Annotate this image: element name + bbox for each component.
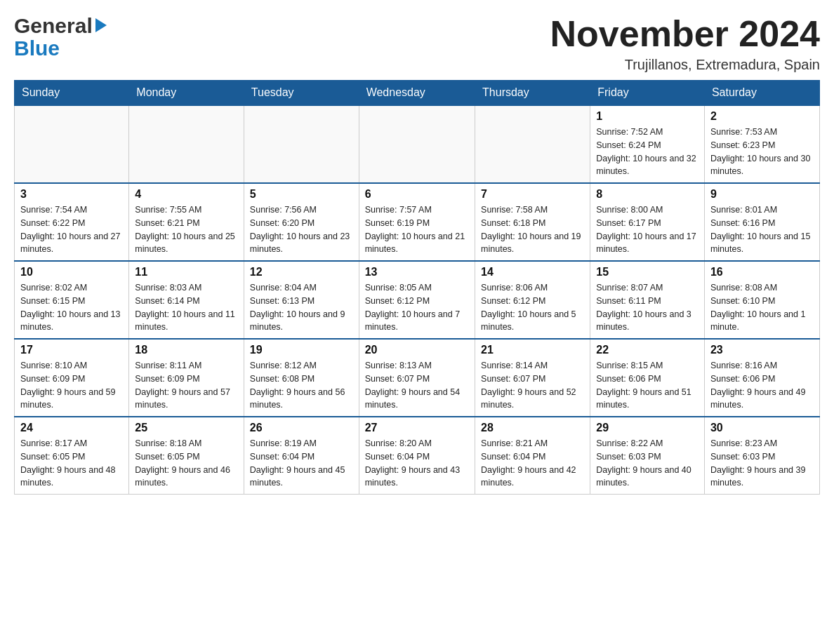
day-info: Sunrise: 8:15 AMSunset: 6:06 PMDaylight:… bbox=[596, 359, 699, 412]
calendar-cell: 22Sunrise: 8:15 AMSunset: 6:06 PMDayligh… bbox=[590, 339, 705, 417]
day-number: 18 bbox=[135, 344, 238, 356]
calendar-cell: 21Sunrise: 8:14 AMSunset: 6:07 PMDayligh… bbox=[475, 339, 590, 417]
day-info: Sunrise: 8:10 AMSunset: 6:09 PMDaylight:… bbox=[20, 359, 123, 412]
calendar-week-row: 1Sunrise: 7:52 AMSunset: 6:24 PMDaylight… bbox=[15, 105, 820, 183]
day-info: Sunrise: 7:55 AMSunset: 6:21 PMDaylight:… bbox=[135, 203, 238, 256]
day-info: Sunrise: 8:08 AMSunset: 6:10 PMDaylight:… bbox=[710, 281, 814, 334]
calendar-cell: 28Sunrise: 8:21 AMSunset: 6:04 PMDayligh… bbox=[475, 417, 590, 495]
weekday-header-sunday: Sunday bbox=[15, 81, 129, 106]
day-number: 16 bbox=[710, 266, 814, 279]
calendar-cell: 7Sunrise: 7:58 AMSunset: 6:18 PMDaylight… bbox=[475, 183, 590, 261]
day-number: 13 bbox=[365, 266, 469, 279]
day-number: 19 bbox=[250, 344, 353, 356]
calendar-cell: 23Sunrise: 8:16 AMSunset: 6:06 PMDayligh… bbox=[704, 339, 819, 417]
day-number: 15 bbox=[596, 266, 699, 279]
day-info: Sunrise: 8:23 AMSunset: 6:03 PMDaylight:… bbox=[710, 437, 814, 490]
day-number: 20 bbox=[365, 344, 469, 356]
day-number: 23 bbox=[710, 344, 814, 356]
day-number: 24 bbox=[20, 422, 123, 434]
day-info: Sunrise: 8:18 AMSunset: 6:05 PMDaylight:… bbox=[135, 437, 238, 490]
day-number: 8 bbox=[596, 188, 699, 201]
calendar-cell: 17Sunrise: 8:10 AMSunset: 6:09 PMDayligh… bbox=[15, 339, 129, 417]
calendar-cell: 11Sunrise: 8:03 AMSunset: 6:14 PMDayligh… bbox=[129, 261, 244, 339]
day-info: Sunrise: 8:12 AMSunset: 6:08 PMDaylight:… bbox=[250, 359, 353, 412]
day-number: 22 bbox=[596, 344, 699, 356]
calendar-cell: 16Sunrise: 8:08 AMSunset: 6:10 PMDayligh… bbox=[704, 261, 819, 339]
day-number: 25 bbox=[135, 422, 238, 434]
calendar-week-row: 3Sunrise: 7:54 AMSunset: 6:22 PMDaylight… bbox=[15, 183, 820, 261]
logo-triangle-icon bbox=[95, 18, 107, 32]
calendar-cell bbox=[359, 105, 475, 183]
calendar-cell: 8Sunrise: 8:00 AMSunset: 6:17 PMDaylight… bbox=[590, 183, 705, 261]
calendar-header-row: SundayMondayTuesdayWednesdayThursdayFrid… bbox=[15, 81, 820, 106]
weekday-header-friday: Friday bbox=[590, 81, 705, 106]
day-info: Sunrise: 8:22 AMSunset: 6:03 PMDaylight:… bbox=[596, 437, 699, 490]
weekday-header-saturday: Saturday bbox=[704, 81, 819, 106]
day-number: 29 bbox=[596, 422, 699, 434]
day-info: Sunrise: 8:00 AMSunset: 6:17 PMDaylight:… bbox=[596, 203, 699, 256]
day-info: Sunrise: 8:05 AMSunset: 6:12 PMDaylight:… bbox=[365, 281, 469, 334]
calendar-week-row: 17Sunrise: 8:10 AMSunset: 6:09 PMDayligh… bbox=[15, 339, 820, 417]
day-number: 21 bbox=[481, 344, 584, 356]
day-info: Sunrise: 8:11 AMSunset: 6:09 PMDaylight:… bbox=[135, 359, 238, 412]
calendar-cell: 2Sunrise: 7:53 AMSunset: 6:23 PMDaylight… bbox=[704, 105, 819, 183]
day-info: Sunrise: 8:19 AMSunset: 6:04 PMDaylight:… bbox=[250, 437, 353, 490]
calendar-cell: 20Sunrise: 8:13 AMSunset: 6:07 PMDayligh… bbox=[359, 339, 475, 417]
calendar-table: SundayMondayTuesdayWednesdayThursdayFrid… bbox=[14, 80, 820, 495]
calendar-cell: 1Sunrise: 7:52 AMSunset: 6:24 PMDaylight… bbox=[590, 105, 705, 183]
day-number: 26 bbox=[250, 422, 353, 434]
calendar-cell: 25Sunrise: 8:18 AMSunset: 6:05 PMDayligh… bbox=[129, 417, 244, 495]
day-info: Sunrise: 8:02 AMSunset: 6:15 PMDaylight:… bbox=[20, 281, 123, 334]
day-info: Sunrise: 8:01 AMSunset: 6:16 PMDaylight:… bbox=[710, 203, 814, 256]
day-info: Sunrise: 7:54 AMSunset: 6:22 PMDaylight:… bbox=[20, 203, 123, 256]
day-number: 27 bbox=[365, 422, 469, 434]
calendar-cell: 10Sunrise: 8:02 AMSunset: 6:15 PMDayligh… bbox=[15, 261, 129, 339]
day-info: Sunrise: 8:16 AMSunset: 6:06 PMDaylight:… bbox=[710, 359, 814, 412]
day-info: Sunrise: 7:52 AMSunset: 6:24 PMDaylight:… bbox=[596, 126, 699, 178]
calendar-cell: 4Sunrise: 7:55 AMSunset: 6:21 PMDaylight… bbox=[129, 183, 244, 261]
calendar-cell: 30Sunrise: 8:23 AMSunset: 6:03 PMDayligh… bbox=[704, 417, 819, 495]
calendar-week-row: 24Sunrise: 8:17 AMSunset: 6:05 PMDayligh… bbox=[15, 417, 820, 495]
calendar-cell: 19Sunrise: 8:12 AMSunset: 6:08 PMDayligh… bbox=[244, 339, 359, 417]
day-number: 5 bbox=[250, 188, 353, 201]
calendar-cell: 3Sunrise: 7:54 AMSunset: 6:22 PMDaylight… bbox=[15, 183, 129, 261]
day-info: Sunrise: 8:07 AMSunset: 6:11 PMDaylight:… bbox=[596, 281, 699, 334]
calendar-cell: 26Sunrise: 8:19 AMSunset: 6:04 PMDayligh… bbox=[244, 417, 359, 495]
weekday-header-wednesday: Wednesday bbox=[359, 81, 475, 106]
calendar-cell bbox=[129, 105, 244, 183]
day-number: 4 bbox=[135, 188, 238, 201]
location-subtitle: Trujillanos, Extremadura, Spain bbox=[550, 57, 820, 73]
day-number: 6 bbox=[365, 188, 469, 201]
day-info: Sunrise: 7:57 AMSunset: 6:19 PMDaylight:… bbox=[365, 203, 469, 256]
logo-blue-text: Blue bbox=[14, 36, 107, 60]
calendar-cell: 13Sunrise: 8:05 AMSunset: 6:12 PMDayligh… bbox=[359, 261, 475, 339]
calendar-cell: 5Sunrise: 7:56 AMSunset: 6:20 PMDaylight… bbox=[244, 183, 359, 261]
day-info: Sunrise: 8:20 AMSunset: 6:04 PMDaylight:… bbox=[365, 437, 469, 490]
weekday-header-thursday: Thursday bbox=[475, 81, 590, 106]
calendar-cell: 15Sunrise: 8:07 AMSunset: 6:11 PMDayligh… bbox=[590, 261, 705, 339]
calendar-cell bbox=[244, 105, 359, 183]
day-number: 12 bbox=[250, 266, 353, 279]
day-info: Sunrise: 8:14 AMSunset: 6:07 PMDaylight:… bbox=[481, 359, 584, 412]
month-year-title: November 2024 bbox=[550, 14, 820, 54]
day-info: Sunrise: 8:06 AMSunset: 6:12 PMDaylight:… bbox=[481, 281, 584, 334]
calendar-cell: 29Sunrise: 8:22 AMSunset: 6:03 PMDayligh… bbox=[590, 417, 705, 495]
day-number: 9 bbox=[710, 188, 814, 201]
day-number: 28 bbox=[481, 422, 584, 434]
calendar-week-row: 10Sunrise: 8:02 AMSunset: 6:15 PMDayligh… bbox=[15, 261, 820, 339]
day-number: 11 bbox=[135, 266, 238, 279]
calendar-cell: 6Sunrise: 7:57 AMSunset: 6:19 PMDaylight… bbox=[359, 183, 475, 261]
weekday-header-monday: Monday bbox=[129, 81, 244, 106]
calendar-cell: 14Sunrise: 8:06 AMSunset: 6:12 PMDayligh… bbox=[475, 261, 590, 339]
day-info: Sunrise: 7:58 AMSunset: 6:18 PMDaylight:… bbox=[481, 203, 584, 256]
calendar-cell bbox=[475, 105, 590, 183]
day-info: Sunrise: 8:13 AMSunset: 6:07 PMDaylight:… bbox=[365, 359, 469, 412]
day-number: 30 bbox=[710, 422, 814, 434]
day-info: Sunrise: 8:04 AMSunset: 6:13 PMDaylight:… bbox=[250, 281, 353, 334]
day-number: 10 bbox=[20, 266, 123, 279]
day-info: Sunrise: 8:21 AMSunset: 6:04 PMDaylight:… bbox=[481, 437, 584, 490]
day-number: 17 bbox=[20, 344, 123, 356]
day-number: 3 bbox=[20, 188, 123, 201]
page-header: General Blue November 2024 Trujillanos, … bbox=[14, 14, 820, 73]
calendar-cell: 27Sunrise: 8:20 AMSunset: 6:04 PMDayligh… bbox=[359, 417, 475, 495]
